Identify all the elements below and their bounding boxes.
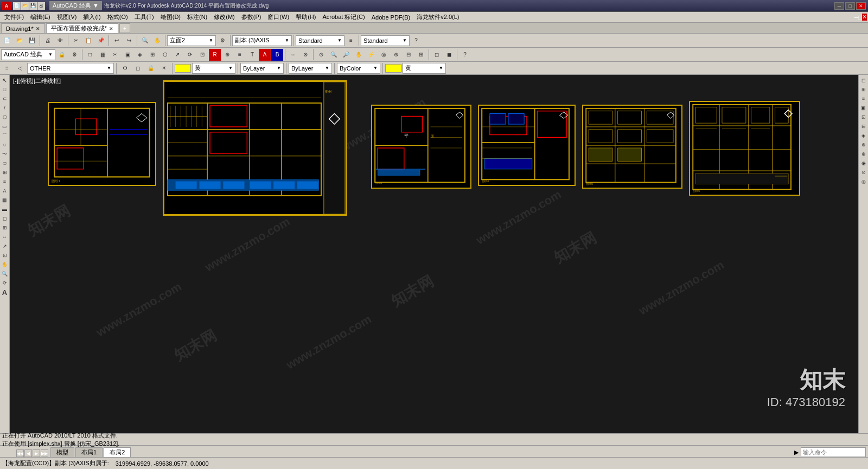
rt-btn-5[interactable]: ⊡ — [859, 113, 868, 121]
layer-tb-btn3[interactable]: 🔒 — [145, 62, 157, 74]
rt-btn-10[interactable]: ◉ — [859, 159, 868, 168]
rt-btn-9[interactable]: ⊕ — [859, 150, 868, 158]
lt-btn-insert[interactable]: ⊞ — [1, 168, 9, 177]
menu-insert[interactable]: 插入(I) — [80, 12, 104, 22]
color-dropdown[interactable]: 黄 ▼ — [192, 63, 235, 74]
lt-btn-pan[interactable]: ✋ — [1, 260, 9, 269]
lt-btn-lasso[interactable]: ⊂ — [1, 94, 9, 103]
lt-btn-line[interactable]: / — [1, 104, 9, 112]
viewport-6[interactable]: 图纸6 — [689, 101, 800, 196]
lt-btn-spline[interactable]: 〜 — [1, 150, 9, 158]
settings-btn[interactable]: ⚙ — [68, 49, 80, 61]
new-tab-button[interactable]: + — [119, 23, 130, 33]
tb2-red-btn[interactable]: R — [209, 49, 221, 61]
tb2-btn12[interactable]: ⊕ — [221, 49, 233, 61]
tab-floorplan[interactable]: 平面布置图修改完成* ✕ — [46, 23, 118, 33]
zoom-btn[interactable]: 🔍 — [139, 35, 151, 47]
rt-btn-8[interactable]: ⊛ — [859, 140, 868, 149]
tb2-btn22[interactable]: ◎ — [378, 49, 390, 61]
open-btn[interactable]: 📂 — [14, 35, 25, 47]
tb2-btn6[interactable]: ⊞ — [146, 49, 158, 61]
color-swatch[interactable] — [175, 64, 191, 73]
restore-button[interactable]: □ — [845, 2, 855, 10]
autocad-classic-dropdown[interactable]: AutoCAD 经典 ▼ — [49, 1, 102, 10]
tab-nav-last[interactable]: ▶▶ — [41, 449, 48, 457]
lt-text-a[interactable]: A — [1, 288, 9, 297]
viewport-4[interactable]: 图纸4 — [478, 105, 576, 186]
lt-btn-rect[interactable]: ▭ — [1, 122, 9, 131]
redo-btn[interactable]: ↪ — [123, 35, 135, 47]
open2-btn[interactable]: ▦ — [97, 49, 108, 61]
print-btn[interactable]: 🖨 — [42, 35, 54, 47]
linetype1-dropdown[interactable]: ByLayer ▼ — [240, 63, 284, 74]
tb2-btn18[interactable]: 🔍 — [328, 49, 340, 61]
layer-prop-btn[interactable]: ≡ — [1, 62, 13, 74]
lt-btn-poly[interactable]: ⬡ — [1, 113, 9, 121]
layer-tb-btn1[interactable]: ⚙ — [119, 62, 131, 74]
cut-btn[interactable]: ✂ — [70, 35, 82, 47]
tb2-btn13[interactable]: ≡ — [234, 49, 246, 61]
inner-close[interactable]: ✕ — [862, 14, 867, 21]
viewport-1[interactable]: 图纸1 — [48, 102, 156, 186]
menu-tools[interactable]: 工具(T) — [131, 12, 157, 22]
lt-btn-orbit[interactable]: ⟳ — [1, 279, 9, 287]
lt-btn-table[interactable]: ⊞ — [1, 223, 9, 232]
new2-btn[interactable]: □ — [84, 49, 96, 61]
lt-btn-pick[interactable]: ↖ — [1, 76, 9, 85]
lt-btn-text[interactable]: A — [1, 187, 9, 195]
rt-btn-3[interactable]: ≡ — [859, 94, 868, 103]
view-mgr-btn[interactable]: ⚙ — [216, 35, 228, 47]
tb2-btn3[interactable]: ✂ — [109, 49, 121, 61]
tb2-btn24[interactable]: ⊟ — [403, 49, 414, 61]
menu-pdf[interactable]: Adobe PDF(B) — [368, 14, 414, 21]
inner-restore[interactable]: □ — [858, 14, 862, 21]
style2-dropdown[interactable]: Standard ▼ — [361, 35, 410, 46]
lt-btn-hatch[interactable]: ▦ — [1, 196, 9, 204]
layer-tb-btn4[interactable]: ☀ — [158, 62, 170, 74]
lt-btn-circle[interactable]: ○ — [1, 140, 9, 149]
copy-btn[interactable]: 📋 — [82, 35, 94, 47]
linetype2-dropdown[interactable]: ByLayer ▼ — [289, 63, 332, 74]
tab-drawing1[interactable]: Drawing1* ✕ — [1, 23, 45, 33]
tb2-btn14[interactable]: T — [246, 49, 258, 61]
menu-window[interactable]: 窗口(W) — [264, 12, 292, 22]
quick-access-new[interactable]: 📄 — [13, 2, 21, 10]
style-mgr-btn[interactable]: ≡ — [345, 35, 357, 47]
lt-btn-arc[interactable]: ⌒ — [1, 131, 9, 140]
canvas-area[interactable]: [-][俯视][二维线框] www.znzmo.com www.znzmo.co… — [10, 75, 858, 433]
tb2-red-btn2[interactable]: A — [259, 49, 271, 61]
tb2-btn15[interactable]: ↔ — [287, 49, 299, 61]
tb2-btn28[interactable]: ? — [459, 49, 471, 61]
rt-btn-7[interactable]: ◈ — [859, 131, 868, 140]
undo-btn[interactable]: ↩ — [111, 35, 123, 47]
model-tab[interactable]: 模型 — [50, 447, 74, 457]
pan-btn[interactable]: ✋ — [151, 35, 163, 47]
tb2-btn20[interactable]: ✋ — [353, 49, 365, 61]
layer-tb-btn2[interactable]: ◻ — [132, 62, 144, 74]
layer-prev-btn[interactable]: ◁ — [14, 62, 26, 74]
viewport-5[interactable]: 图纸5 — [582, 105, 682, 189]
inner-minimize[interactable]: ─ — [854, 14, 859, 21]
tab-nav-first[interactable]: ◀◀ — [16, 449, 24, 457]
paste-btn[interactable]: 📌 — [95, 35, 107, 47]
tb2-btn4[interactable]: ▣ — [122, 49, 133, 61]
menu-dim[interactable]: 标注(N) — [184, 12, 210, 22]
tb2-btn17[interactable]: ⊙ — [315, 49, 327, 61]
menu-modify[interactable]: 修改(M) — [210, 12, 238, 22]
rt-btn-2[interactable]: ⊞ — [859, 85, 868, 94]
menu-param[interactable]: 参数(P) — [238, 12, 265, 22]
tb2-btn5[interactable]: ◈ — [134, 49, 146, 61]
tab-floorplan-close[interactable]: ✕ — [109, 26, 113, 31]
menu-format[interactable]: 格式(O) — [104, 12, 131, 22]
rt-btn-11[interactable]: ⊙ — [859, 168, 868, 177]
tb2-btn16[interactable]: ⊗ — [299, 49, 311, 61]
style-dropdown[interactable]: Standard ▼ — [296, 35, 344, 46]
lt-btn-tolerance[interactable]: ⊡ — [1, 251, 9, 260]
tb2-btn25[interactable]: ⊞ — [415, 49, 427, 61]
tab-nav-next[interactable]: ▶ — [33, 449, 40, 457]
lt-btn-select[interactable]: □ — [1, 85, 9, 94]
lt-btn-region[interactable]: ◻ — [1, 214, 9, 223]
lt-btn-dim[interactable]: ↔ — [1, 233, 9, 241]
preview-btn[interactable]: 👁 — [54, 35, 66, 47]
lt-btn-zoom[interactable]: 🔍 — [1, 269, 9, 278]
